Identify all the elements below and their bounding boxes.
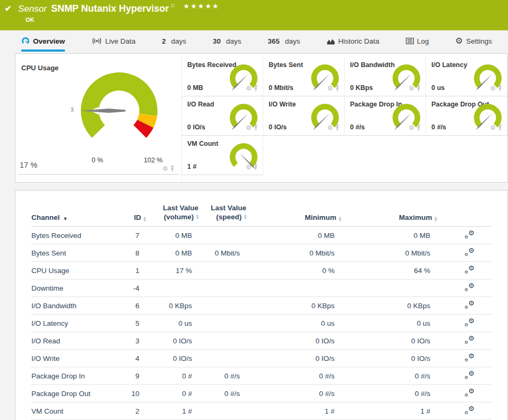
column-header-maximum[interactable]: Maximum ▴▾ [341,213,437,221]
channel-settings-icon[interactable]: ⚙ ⚙ [464,283,474,292]
maximum-value: 0 MB [341,232,437,240]
pin-icon[interactable] [497,85,503,92]
last-value-volume: 0 KBps [146,302,198,310]
flag-icon: ⚐ [171,3,176,10]
last-value-volume: 1 # [146,407,198,415]
mini-gauge-title: I/O Bandwidth [350,61,395,69]
channel-settings-icon[interactable]: ⚙ ⚙ [464,370,474,380]
mini-gauge-title: VM Count [187,140,218,147]
last-value-volume: 0 IO/s [146,355,198,363]
table-row[interactable]: CPU Usage 1 17 % 0 % 64 % ⚙ ⚙ [31,262,492,279]
sort-icon[interactable]: ▴▾ [435,217,437,221]
channel-id: 5 [116,319,146,327]
mini-gauge-ring [393,104,420,127]
table-row[interactable]: Bytes Received 7 0 MB 0 MB 0 MB ⚙ ⚙ [31,227,492,244]
pin-icon[interactable] [416,85,421,92]
table-row[interactable]: I/O Read 3 0 IO/s 0 IO/s 0 IO/s ⚙ ⚙ [31,332,492,350]
mini-gauge-ring [393,64,420,88]
gear-icon[interactable]: ⚙ [490,85,496,92]
gear-icon[interactable]: ⚙ [246,85,252,92]
last-value-speed: 0 #/s [198,372,246,380]
pin-icon[interactable] [335,85,340,92]
pin-icon[interactable] [335,125,340,131]
channel-settings-icon[interactable]: ⚙ ⚙ [464,335,474,344]
minimum-value: 0 Mbit/s [246,249,341,257]
table-row[interactable]: VM Count 2 1 # 1 # 1 # ⚙ ⚙ [31,402,492,420]
tab-historic-data[interactable]: Historic Data [327,30,379,52]
mini-gauge-ring [474,104,502,127]
channel-settings-icon[interactable]: ⚙ ⚙ [464,353,474,362]
tab-365-days[interactable]: 365 days [268,30,300,52]
table-body: Bytes Received 7 0 MB 0 MB 0 MB ⚙ ⚙ Byte… [31,227,507,420]
table-row[interactable]: Downtime -4 ⚙ ⚙ [31,279,492,297]
object-kind-label: Sensor [18,4,47,14]
last-value-speed: 0 Mbit/s [198,249,246,257]
pin-icon[interactable] [416,125,421,131]
tab-live-data[interactable]: Live Data [91,30,136,52]
pin-icon[interactable] [497,125,503,131]
gear-icon[interactable]: ⚙ [327,125,333,131]
mini-gauge-value: 0 MB [187,84,203,92]
gear-icon[interactable]: ⚙ [162,166,168,172]
tab-log[interactable]: Log [406,30,429,52]
channel-id: 3 [116,337,146,345]
tab-settings[interactable]: ⚙ Settings [455,30,492,52]
gear-icon[interactable]: ⚙ [409,125,414,131]
cpu-gauge-max-label: 102 % [139,157,168,164]
pin-icon[interactable] [253,85,259,92]
gear-icon[interactable]: ⚙ [490,125,496,131]
mini-gauge-title: I/O Latency [431,61,467,69]
channel-settings-icon[interactable]: ⚙ ⚙ [464,388,474,397]
channel-settings-icon[interactable]: ⚙ ⚙ [464,406,474,415]
tab-label: Settings [466,37,492,45]
table-row[interactable]: I/O Write 4 0 IO/s 0 IO/s 0 IO/s ⚙ ⚙ [31,350,492,367]
mini-gauge-ring [230,64,257,88]
pin-icon[interactable] [170,166,175,172]
channel-id: -4 [116,284,146,292]
empty-cell [263,136,345,175]
channel-settings-icon[interactable]: ⚙ ⚙ [464,300,474,309]
channel-settings-icon[interactable]: ⚙ ⚙ [464,265,474,274]
mini-gauge-title: I/O Write [269,101,296,108]
priority-stars[interactable]: ★★★★★ [183,2,219,10]
gear-icon[interactable]: ⚙ [246,125,252,131]
mini-gauge-cell: I/O Write 0 IO/s ⚙ [263,96,345,136]
pin-icon[interactable] [253,164,259,170]
channel-settings-icon[interactable]: ⚙ ⚙ [464,230,474,239]
mini-gauge-value: 0 Mbit/s [269,84,294,92]
gear-icon: ⚙ [455,37,463,45]
mini-gauge-cell: I/O Read 0 IO/s ⚙ [182,96,263,136]
mini-gauge-ring [230,104,257,127]
sensor-title-line: Sensor SNMP Nutanix Hypervisor ⚐ ★★★★★ [18,3,220,14]
minimum-value: 0 us [246,319,341,327]
sort-desc-icon[interactable]: ▼ [63,216,68,221]
column-header-last-value-volume[interactable]: Last Value (volume) ▴▾ [146,203,198,221]
column-header-last-value-speed[interactable]: Last Value (speed) ▴▾ [198,203,246,221]
table-row[interactable]: I/O Latency 5 0 us 0 us 0 us ⚙ ⚙ [31,315,492,332]
channel-name: I/O Bandwidth [31,302,116,310]
tab-2-days[interactable]: 2 days [162,30,186,52]
table-row[interactable]: Package Drop Out 10 0 # 0 #/s 0 #/s 0 #/… [31,385,492,402]
mini-gauge-value: 0 #/s [350,123,365,131]
channel-id: 6 [116,302,146,310]
last-value-volume: 0 us [146,319,198,327]
gear-icon[interactable]: ⚙ [246,164,252,170]
column-header-id[interactable]: ID ▴▾ [116,213,146,221]
channel-settings-icon[interactable]: ⚙ ⚙ [464,318,474,327]
pin-icon[interactable] [253,125,259,131]
gear-icon[interactable]: ⚙ [409,85,414,92]
table-row[interactable]: Bytes Sent 8 0 MB 0 Mbit/s 0 Mbit/s 0 Mb… [31,244,492,262]
channel-name: Package Drop Out [31,390,116,398]
tab-30-days[interactable]: 30 days [213,30,241,52]
tab-overview[interactable]: Overview [21,30,65,52]
table-row[interactable]: I/O Bandwidth 6 0 KBps 0 KBps 0 KBps ⚙ ⚙ [31,297,492,315]
table-row[interactable]: Package Drop In 9 0 # 0 #/s 0 #/s 0 #/s … [31,367,492,385]
minimum-value: 0 MB [246,232,341,240]
gauges-panel: CPU Usage x̄ 0 % 102 % 17 % ⚙ Bytes Rece… [15,53,508,183]
gear-icon[interactable]: ⚙ [327,85,333,92]
average-marker-label: x̄ [71,106,74,113]
channel-settings-icon[interactable]: ⚙ ⚙ [464,248,474,257]
tab-label: Historic Data [338,37,379,45]
column-header-minimum[interactable]: Minimum ▴▾ [246,213,341,221]
column-header-channel[interactable]: Channel ▼ [31,213,116,221]
